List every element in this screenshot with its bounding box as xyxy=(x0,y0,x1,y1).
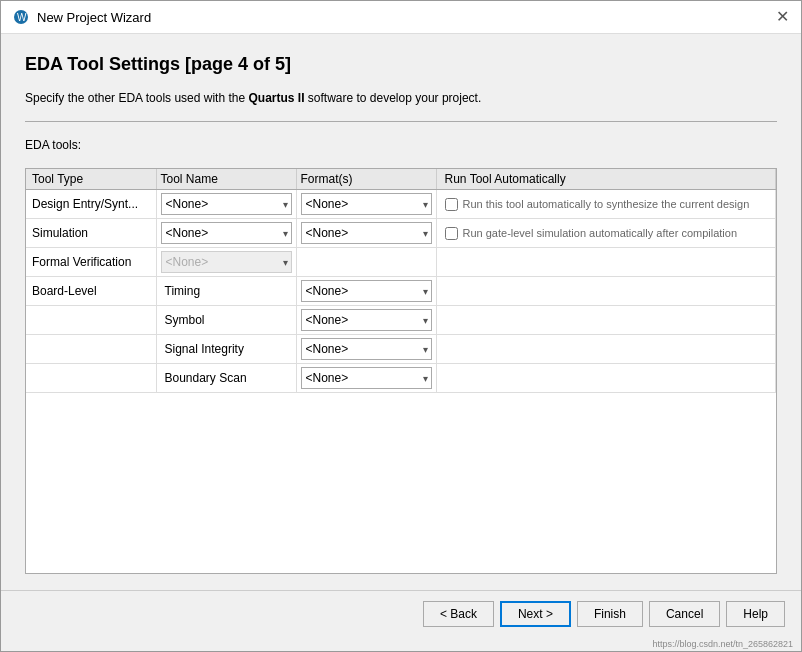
tool-name-cell: Boundary Scan xyxy=(156,364,296,393)
format-select[interactable]: <None> xyxy=(301,338,432,360)
wizard-icon: W xyxy=(13,9,29,25)
table-row: Formal Verification<None> xyxy=(26,248,776,277)
tool-type-cell xyxy=(26,335,156,364)
tool-name-select: <None> xyxy=(161,251,292,273)
tool-name-select[interactable]: <None> xyxy=(161,193,292,215)
run-tool-cell xyxy=(436,335,776,364)
tool-name-cell: Symbol xyxy=(156,306,296,335)
tool-name-cell[interactable]: <None> xyxy=(156,190,296,219)
tool-type-cell xyxy=(26,306,156,335)
run-tool-cell[interactable]: Run this tool automatically to synthesiz… xyxy=(436,190,776,219)
next-button[interactable]: Next > xyxy=(500,601,571,627)
col-header-format: Format(s) xyxy=(296,169,436,190)
run-tool-cell xyxy=(436,248,776,277)
table-row: Symbol<None> xyxy=(26,306,776,335)
tool-name-cell: Timing xyxy=(156,277,296,306)
run-tool-checkbox[interactable] xyxy=(445,198,458,211)
cancel-button[interactable]: Cancel xyxy=(649,601,720,627)
run-tool-label: Run gate-level simulation automatically … xyxy=(463,227,738,239)
format-cell[interactable]: <None> xyxy=(296,219,436,248)
eda-tools-table: Tool Type Tool Name Format(s) Run Tool A… xyxy=(26,169,776,393)
run-tool-cell xyxy=(436,306,776,335)
tool-name-select[interactable]: <None> xyxy=(161,222,292,244)
col-header-tool-type: Tool Type xyxy=(26,169,156,190)
col-header-tool-name: Tool Name xyxy=(156,169,296,190)
format-select[interactable]: <None> xyxy=(301,367,432,389)
format-select[interactable]: <None> xyxy=(301,193,432,215)
format-cell[interactable]: <None> xyxy=(296,190,436,219)
main-window: W New Project Wizard ✕ EDA Tool Settings… xyxy=(0,0,802,652)
back-button[interactable]: < Back xyxy=(423,601,494,627)
format-cell xyxy=(296,248,436,277)
table-row: Design Entry/Synt...<None><None>Run this… xyxy=(26,190,776,219)
title-bar: W New Project Wizard ✕ xyxy=(1,1,801,34)
format-cell[interactable]: <None> xyxy=(296,335,436,364)
format-cell[interactable]: <None> xyxy=(296,364,436,393)
eda-tools-table-container: Tool Type Tool Name Format(s) Run Tool A… xyxy=(25,168,777,574)
format-select[interactable]: <None> xyxy=(301,222,432,244)
run-tool-checkbox[interactable] xyxy=(445,227,458,240)
svg-text:W: W xyxy=(17,12,27,23)
format-cell[interactable]: <None> xyxy=(296,277,436,306)
window-title: New Project Wizard xyxy=(37,10,151,25)
format-select[interactable]: <None> xyxy=(301,309,432,331)
tool-name-cell: Signal Integrity xyxy=(156,335,296,364)
footer: < Back Next > Finish Cancel Help xyxy=(1,590,801,637)
table-row: Board-LevelTiming<None> xyxy=(26,277,776,306)
run-tool-label: Run this tool automatically to synthesiz… xyxy=(463,198,750,210)
main-content: EDA Tool Settings [page 4 of 5] Specify … xyxy=(1,34,801,590)
page-title: EDA Tool Settings [page 4 of 5] xyxy=(25,54,777,75)
tool-type-cell: Formal Verification xyxy=(26,248,156,277)
format-select[interactable]: <None> xyxy=(301,280,432,302)
run-tool-cell xyxy=(436,277,776,306)
format-cell[interactable]: <None> xyxy=(296,306,436,335)
finish-button[interactable]: Finish xyxy=(577,601,643,627)
run-tool-cell[interactable]: Run gate-level simulation automatically … xyxy=(436,219,776,248)
tool-type-cell: Simulation xyxy=(26,219,156,248)
close-button[interactable]: ✕ xyxy=(776,9,789,25)
tool-name-cell: <None> xyxy=(156,248,296,277)
separator xyxy=(25,121,777,122)
help-button[interactable]: Help xyxy=(726,601,785,627)
tool-type-cell: Design Entry/Synt... xyxy=(26,190,156,219)
table-row: Boundary Scan<None> xyxy=(26,364,776,393)
tool-name-cell[interactable]: <None> xyxy=(156,219,296,248)
tool-type-cell: Board-Level xyxy=(26,277,156,306)
eda-tools-label: EDA tools: xyxy=(25,138,777,152)
col-header-run-tool: Run Tool Automatically xyxy=(436,169,776,190)
run-tool-cell xyxy=(436,364,776,393)
table-row: Simulation<None><None>Run gate-level sim… xyxy=(26,219,776,248)
table-row: Signal Integrity<None> xyxy=(26,335,776,364)
description: Specify the other EDA tools used with th… xyxy=(25,91,777,105)
tool-type-cell xyxy=(26,364,156,393)
watermark: https://blog.csdn.net/tn_265862821 xyxy=(1,637,801,651)
